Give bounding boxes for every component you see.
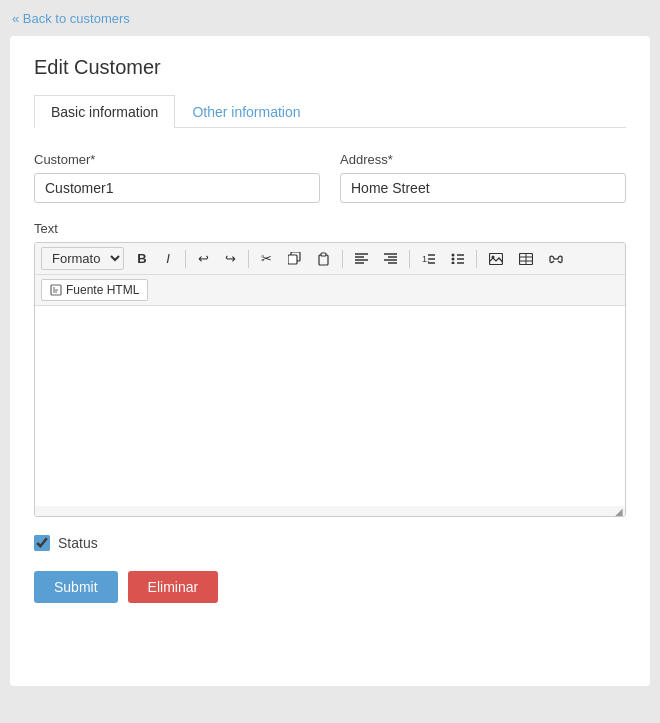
- customer-input[interactable]: [34, 173, 320, 203]
- editor-toolbar: Formato B I ↩ ↪ ✂: [35, 243, 625, 275]
- bold-button[interactable]: B: [130, 247, 154, 270]
- tab-other-information[interactable]: Other information: [175, 95, 317, 128]
- separator-1: [185, 250, 186, 268]
- editor-container: Formato B I ↩ ↪ ✂: [34, 242, 626, 517]
- italic-button[interactable]: I: [156, 247, 180, 270]
- svg-rect-3: [321, 253, 326, 256]
- redo-button[interactable]: ↪: [218, 247, 243, 270]
- svg-point-18: [452, 262, 455, 265]
- svg-rect-1: [288, 255, 297, 264]
- address-group: Address*: [340, 152, 626, 203]
- address-label: Address*: [340, 152, 626, 167]
- address-input[interactable]: [340, 173, 626, 203]
- form-row-top: Customer* Address*: [34, 152, 626, 203]
- source-bar: Fuente HTML: [35, 275, 625, 306]
- resize-icon: ◢: [615, 506, 623, 517]
- customer-group: Customer*: [34, 152, 320, 203]
- paste-button[interactable]: [310, 248, 337, 270]
- status-label: Status: [58, 535, 98, 551]
- tab-basic-information[interactable]: Basic information: [34, 95, 175, 128]
- status-row: Status: [34, 535, 626, 551]
- top-bar: « Back to customers: [0, 0, 660, 36]
- separator-4: [409, 250, 410, 268]
- table-button[interactable]: [512, 249, 540, 269]
- unordered-list-button[interactable]: [444, 249, 471, 268]
- link-button[interactable]: [542, 250, 570, 268]
- image-button[interactable]: [482, 249, 510, 269]
- tabs-container: Basic information Other information: [34, 95, 626, 128]
- back-link[interactable]: « Back to customers: [12, 11, 130, 26]
- page-title: Edit Customer: [34, 56, 626, 79]
- editor-resize-handle[interactable]: ◢: [35, 506, 625, 516]
- align-right-button[interactable]: [377, 249, 404, 268]
- text-label: Text: [34, 221, 626, 236]
- delete-button[interactable]: Eliminar: [128, 571, 219, 603]
- format-select[interactable]: Formato: [41, 247, 124, 270]
- copy-button[interactable]: [281, 248, 308, 269]
- separator-3: [342, 250, 343, 268]
- ordered-list-button[interactable]: 1.: [415, 249, 442, 268]
- separator-2: [248, 250, 249, 268]
- separator-5: [476, 250, 477, 268]
- svg-point-16: [452, 254, 455, 257]
- editor-content[interactable]: [35, 306, 625, 506]
- cut-button[interactable]: ✂: [254, 247, 279, 270]
- customer-label: Customer*: [34, 152, 320, 167]
- align-left-button[interactable]: [348, 249, 375, 268]
- actions-row: Submit Eliminar: [34, 571, 626, 603]
- status-checkbox[interactable]: [34, 535, 50, 551]
- submit-button[interactable]: Submit: [34, 571, 118, 603]
- text-section: Text Formato B I ↩ ↪ ✂: [34, 221, 626, 517]
- main-card: Edit Customer Basic information Other in…: [10, 36, 650, 686]
- svg-point-17: [452, 258, 455, 261]
- source-html-button[interactable]: Fuente HTML: [41, 279, 148, 301]
- undo-button[interactable]: ↩: [191, 247, 216, 270]
- source-html-label: Fuente HTML: [66, 283, 139, 297]
